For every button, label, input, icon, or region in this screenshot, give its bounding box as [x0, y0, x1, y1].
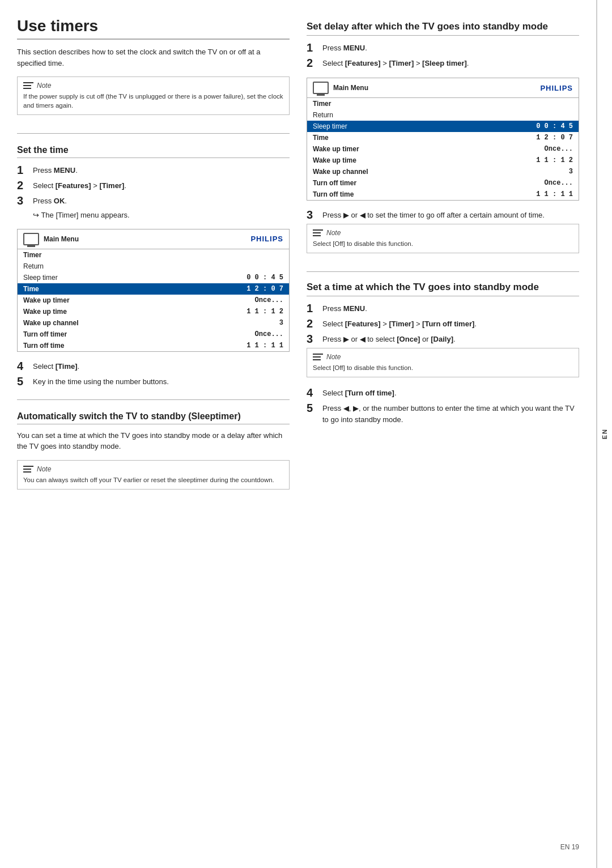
menu-brand-2: PHILIPS: [540, 84, 573, 92]
step-text-1: Press MENU.: [33, 164, 78, 176]
menu-row-wakeup-timer-1: Wake up timer Once...: [18, 295, 289, 306]
note-box-2: Note You can always switch off your TV e…: [17, 460, 290, 490]
step-num-5: 5: [17, 375, 29, 388]
note-box-1: Note If the power supply is cut off (the…: [17, 76, 290, 115]
menu-box-2: Main Menu PHILIPS Timer Return Sleep tim…: [307, 78, 579, 201]
main-content: Use timers This section describes how to…: [0, 0, 596, 868]
menu-row-sleep-2: Sleep timer 0 0 : 4 5: [307, 121, 579, 132]
note-text-2: You can always switch off your TV earlie…: [23, 475, 283, 484]
note-header-3: Note: [313, 229, 573, 237]
right-column: Set delay after which the TV goes into s…: [307, 17, 579, 851]
step-s4: 4 Select [Turn off time].: [307, 386, 579, 399]
step-num-3: 3: [17, 194, 29, 207]
page-title: Use timers: [17, 17, 290, 40]
menu-brand-1: PHILIPS: [250, 235, 283, 243]
page-number: EN 19: [307, 837, 579, 851]
menu-row-time-2: Time 1 2 : 0 7: [307, 132, 579, 143]
step-text-5: Key in the time using the number buttons…: [33, 375, 169, 388]
step-text-s4: Select [Turn off time].: [322, 386, 397, 399]
menu-row-turnoff-time-1: Turn off time 1 1 : 1 1: [18, 340, 289, 351]
menu-box-1: Main Menu PHILIPS Timer Return Sleep tim…: [17, 229, 290, 352]
step-s1: 1 Press MENU.: [307, 302, 579, 314]
step-num-2: 2: [17, 179, 29, 192]
note-icon-2: [23, 466, 33, 473]
step-num-s1: 1: [307, 302, 319, 314]
step-text-4: Select [Time].: [33, 360, 79, 372]
step-num-1: 1: [17, 164, 29, 176]
step-1: 1 Press MENU.: [17, 164, 290, 176]
menu-body-1: Timer Return Sleep timer 0 0 : 4 5 Time …: [18, 249, 289, 351]
set-delay-heading: Set delay after which the TV goes into s…: [307, 20, 579, 36]
menu-title-1: Main Menu: [44, 235, 250, 243]
menu-row-turnoff-timer-1: Turn off timer Once...: [18, 329, 289, 340]
step-d3: 3 Press ▶ or ◀ to set the timer to go of…: [307, 209, 579, 221]
menu-section-2: Timer: [307, 98, 579, 109]
note-label-1: Note: [37, 82, 51, 90]
tv-icon-1: [23, 233, 39, 245]
note-box-3: Note Select [Off] to disable this functi…: [307, 224, 579, 253]
step-text-2: Select [Features] > [Timer].: [33, 179, 126, 192]
side-tab: EN: [596, 0, 612, 868]
step-num-d3: 3: [307, 209, 319, 221]
step-2: 2 Select [Features] > [Timer].: [17, 179, 290, 192]
step-text-3: Press OK.: [33, 194, 67, 207]
menu-section-1: Timer: [18, 249, 289, 261]
menu-row-wakeup-timer-2: Wake up timer Once...: [307, 143, 579, 155]
two-column-layout: Use timers This section describes how to…: [17, 17, 579, 851]
menu-header-2: Main Menu PHILIPS: [307, 78, 579, 98]
step-3: 3 Press OK.: [17, 194, 290, 207]
page: Use timers This section describes how to…: [0, 0, 612, 868]
menu-row-time-1: Time 1 2 : 0 7: [18, 283, 289, 295]
note-header-1: Note: [23, 82, 283, 90]
step-d2: 2 Select [Features] > [Timer] > [Sleep t…: [307, 57, 579, 69]
note-text-4: Select [Off] to disable this function.: [313, 363, 573, 372]
note-label-2: Note: [37, 465, 51, 473]
menu-row-wakeup-channel-1: Wake up channel 3: [18, 317, 289, 329]
step-s5: 5 Press ◀, ▶, or the number buttons to e…: [307, 402, 579, 425]
side-tab-text: EN: [601, 428, 608, 439]
note-icon-4: [313, 354, 323, 360]
step-text-d2: Select [Features] > [Timer] > [Sleep tim…: [322, 57, 469, 69]
note-label-4: Note: [326, 353, 341, 361]
note-header-2: Note: [23, 465, 283, 473]
menu-row-return-1: Return: [18, 261, 289, 272]
step-num-s4: 4: [307, 386, 319, 399]
step-5: 5 Key in the time using the number butto…: [17, 375, 290, 388]
note-box-4: Note Select [Off] to disable this functi…: [307, 348, 579, 377]
step-text-s1: Press MENU.: [322, 302, 367, 314]
set-standby-heading: Set a time at which the TV goes into sta…: [307, 281, 579, 296]
menu-header-1: Main Menu PHILIPS: [18, 229, 289, 249]
note-text-1: If the power supply is cut off (the TV i…: [23, 92, 283, 110]
note-label-3: Note: [326, 229, 341, 237]
step-num-s2: 2: [307, 317, 319, 330]
auto-switch-heading: Automatically switch the TV to standby (…: [17, 411, 290, 424]
intro-text: This section describes how to set the cl…: [17, 46, 290, 69]
divider-1: [17, 133, 290, 134]
tv-icon-2: [313, 82, 329, 94]
left-column: Use timers This section describes how to…: [17, 17, 290, 851]
divider-3: [307, 271, 579, 272]
note-text-3: Select [Off] to disable this function.: [313, 239, 573, 248]
step-num-s3: 3: [307, 333, 319, 345]
step-text-s5: Press ◀, ▶, or the number buttons to ent…: [322, 402, 579, 425]
step-text-s2: Select [Features] > [Timer] > [Turn off …: [322, 317, 477, 330]
menu-row-wakeup-channel-2: Wake up channel 3: [307, 166, 579, 177]
step-s3: 3 Press ▶ or ◀ to select [Once] or [Dail…: [307, 333, 579, 345]
menu-row-turnoff-timer-2: Turn off timer Once...: [307, 177, 579, 189]
step-3-sub: The [Timer] menu appears.: [33, 210, 290, 221]
note-icon-3: [313, 229, 323, 236]
menu-row-return-2: Return: [307, 109, 579, 121]
menu-body-2: Timer Return Sleep timer 0 0 : 4 5 Time …: [307, 98, 579, 200]
step-num-d2: 2: [307, 57, 319, 69]
step-d1: 1 Press MENU.: [307, 41, 579, 54]
menu-row-turnoff-time-2: Turn off time 1 1 : 1 1: [307, 189, 579, 200]
auto-switch-intro: You can set a time at which the TV goes …: [17, 430, 290, 452]
menu-row-sleep-1: Sleep timer 0 0 : 4 5: [18, 272, 289, 283]
menu-title-2: Main Menu: [333, 84, 540, 92]
step-num-d1: 1: [307, 41, 319, 54]
step-num-4: 4: [17, 360, 29, 372]
note-icon-1: [23, 82, 33, 89]
step-text-d1: Press MENU.: [322, 41, 367, 54]
step-text-d3: Press ▶ or ◀ to set the timer to go off …: [322, 209, 545, 221]
step-4: 4 Select [Time].: [17, 360, 290, 372]
